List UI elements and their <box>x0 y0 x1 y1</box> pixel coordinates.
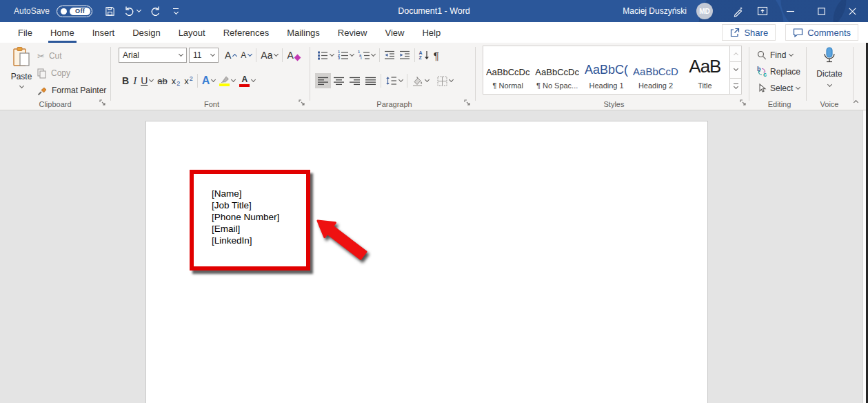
line-spacing-button[interactable] <box>383 73 405 88</box>
dictate-microphone-icon <box>821 47 838 66</box>
tab-layout[interactable]: Layout <box>170 22 214 43</box>
ribbon-display-options-icon <box>757 6 768 17</box>
group-separator <box>110 47 111 101</box>
clipboard-dialog-launcher[interactable] <box>99 99 107 107</box>
maximize-button[interactable] <box>806 0 837 22</box>
tab-insert[interactable]: Insert <box>83 22 124 43</box>
avatar[interactable]: MD <box>696 3 713 19</box>
style-heading-1[interactable]: AaBbC( Heading 1 <box>582 46 631 94</box>
numbering-button[interactable]: 123 <box>336 48 356 63</box>
user-name[interactable]: Maciej Duszyński <box>623 6 687 16</box>
align-right-button[interactable] <box>347 73 363 88</box>
dictate-dropdown-icon <box>827 82 831 87</box>
minimize-button[interactable] <box>775 0 806 22</box>
share-button[interactable]: Share <box>722 24 776 41</box>
font-family-select[interactable]: Arial <box>119 48 187 63</box>
voice-group-label: Voice <box>808 100 851 108</box>
undo-button[interactable] <box>120 0 145 22</box>
align-left-button[interactable] <box>315 73 331 88</box>
ribbon-display-options-button[interactable] <box>750 0 775 22</box>
doc-line[interactable]: [Phone Number] <box>212 211 279 223</box>
doc-line[interactable]: [LinkedIn] <box>212 235 279 246</box>
document-page[interactable]: [Name] [Job Title] [Phone Number] [Email… <box>145 121 708 403</box>
tab-help[interactable]: Help <box>413 22 450 43</box>
document-text[interactable]: [Name] [Job Title] [Phone Number] [Email… <box>212 188 279 246</box>
dictate-button[interactable]: Dictate <box>808 47 851 86</box>
separator <box>197 74 198 88</box>
tab-review[interactable]: Review <box>329 22 376 43</box>
paragraph-dialog-launcher[interactable] <box>464 99 472 107</box>
bullets-dropdown-icon <box>330 52 334 57</box>
increase-indent-button[interactable] <box>397 48 412 63</box>
format-painter-label: Format Painter <box>52 86 106 95</box>
tab-references[interactable]: References <box>214 22 278 43</box>
undo-dropdown-icon <box>137 8 141 12</box>
font-dialog-launcher[interactable] <box>299 99 306 107</box>
style-title[interactable]: AaB Title <box>680 46 729 94</box>
style-sample: AaBbCcD <box>633 50 678 77</box>
styles-more-button[interactable] <box>730 79 741 94</box>
styles-scroll-down-button[interactable] <box>730 62 741 78</box>
borders-button[interactable] <box>435 73 455 88</box>
superscript-button[interactable]: x 2 <box>182 73 195 88</box>
cut-icon: ✂ <box>37 51 45 61</box>
comments-button[interactable]: Comments <box>785 24 858 41</box>
find-button[interactable]: Find <box>757 48 800 63</box>
shrink-font-button[interactable]: A <box>239 48 254 63</box>
highlight-color-bar <box>219 83 230 86</box>
strikethrough-button[interactable]: ab <box>155 73 169 88</box>
customize-quick-access-button[interactable] <box>165 0 186 22</box>
customize-quick-access-icon <box>173 8 179 14</box>
sort-button[interactable]: AZ <box>417 48 432 63</box>
highlight-button[interactable] <box>217 73 237 88</box>
doc-line[interactable]: [Name] <box>212 188 279 199</box>
underline-button[interactable]: U <box>139 73 155 88</box>
autosave-toggle[interactable]: Off <box>57 6 92 17</box>
style-no-spacing[interactable]: AaBbCcDc ¶ No Spac... <box>532 46 581 94</box>
doc-line[interactable]: [Email] <box>212 223 279 235</box>
style-heading-2[interactable]: AaBbCcD Heading 2 <box>631 46 680 94</box>
grow-font-button[interactable]: A <box>223 48 239 63</box>
tab-view[interactable]: View <box>376 22 413 43</box>
decrease-indent-button[interactable] <box>382 48 397 63</box>
justify-button[interactable] <box>363 73 379 88</box>
collapse-ribbon-button[interactable] <box>850 97 861 106</box>
numbering-icon: 123 <box>338 50 348 60</box>
styles-scroll-up-button[interactable] <box>730 46 741 62</box>
replace-icon: b c <box>757 67 767 77</box>
align-center-button[interactable] <box>331 73 347 88</box>
separator <box>379 48 380 62</box>
multilevel-list-button[interactable]: 1ai <box>356 48 377 63</box>
font-group-label: Font <box>114 100 310 108</box>
select-button[interactable]: Select <box>757 81 800 96</box>
redo-button[interactable] <box>145 0 165 22</box>
editing-group-label: Editing <box>753 100 806 108</box>
text-effects-button[interactable]: A <box>200 73 218 88</box>
copy-button[interactable]: Copy <box>37 66 106 81</box>
change-case-icon: Aa <box>261 50 272 61</box>
tab-file[interactable]: File <box>9 22 41 43</box>
bullets-button[interactable] <box>315 48 336 63</box>
cut-button[interactable]: ✂ Cut <box>37 48 106 63</box>
close-button[interactable] <box>837 0 868 22</box>
change-case-button[interactable]: Aa <box>259 48 280 63</box>
styles-dialog-launcher[interactable] <box>740 99 747 107</box>
save-button[interactable] <box>99 0 120 22</box>
tab-mailings[interactable]: Mailings <box>278 22 329 43</box>
italic-button[interactable]: I <box>131 73 139 88</box>
bold-button[interactable]: B <box>120 73 131 88</box>
format-painter-button[interactable]: Format Painter <box>37 83 106 98</box>
replace-button[interactable]: b c Replace <box>757 64 800 79</box>
font-color-button[interactable]: A <box>237 73 257 88</box>
show-hide-pilcrow-button[interactable]: ¶ <box>432 48 441 63</box>
tab-design[interactable]: Design <box>123 22 169 43</box>
clear-formatting-button[interactable]: A <box>285 48 301 63</box>
font-size-select[interactable]: 11 <box>189 48 219 63</box>
doc-line[interactable]: [Job Title] <box>212 199 279 211</box>
style-normal[interactable]: AaBbCcDc ¶ Normal <box>483 46 532 94</box>
paste-button[interactable]: Paste <box>6 46 37 106</box>
subscript-button[interactable]: x 2 <box>170 73 183 88</box>
tab-home[interactable]: Home <box>41 22 83 43</box>
editor-pen-button[interactable] <box>725 0 750 22</box>
shading-button[interactable] <box>410 73 431 88</box>
